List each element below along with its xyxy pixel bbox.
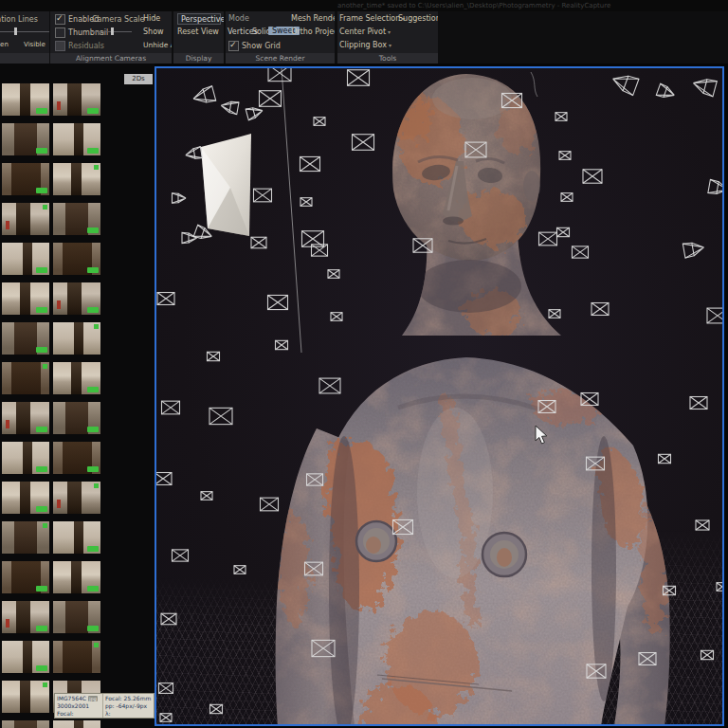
image-thumbnail[interactable] bbox=[53, 641, 100, 673]
camera-frustum-icon[interactable] bbox=[708, 179, 722, 196]
camera-marker-icon[interactable] bbox=[312, 245, 328, 256]
camera-marker-icon[interactable] bbox=[319, 378, 340, 393]
scene-canvas[interactable] bbox=[156, 68, 722, 724]
camera-marker-icon[interactable] bbox=[160, 714, 172, 722]
image-thumbnail[interactable] bbox=[53, 601, 100, 633]
camera-frustum-icon[interactable] bbox=[173, 193, 187, 203]
camera-marker-icon[interactable] bbox=[201, 492, 212, 500]
camera-marker-icon[interactable] bbox=[157, 293, 174, 305]
camera-marker-icon[interactable] bbox=[209, 408, 232, 424]
image-thumbnail[interactable] bbox=[53, 442, 100, 474]
camera-marker-icon[interactable] bbox=[690, 397, 707, 410]
slider-knob[interactable] bbox=[111, 27, 114, 35]
image-thumbnail[interactable] bbox=[53, 521, 100, 554]
residuals-checkbox[interactable]: Residuals bbox=[55, 41, 104, 51]
camera-marker-icon[interactable] bbox=[353, 135, 374, 151]
checkbox-checked-icon[interactable] bbox=[228, 41, 239, 51]
image-thumbnail[interactable] bbox=[53, 243, 100, 275]
image-thumbnail[interactable] bbox=[53, 83, 100, 116]
camera-frustum-icon[interactable] bbox=[610, 70, 638, 95]
frame-selection-button[interactable]: Frame Selection▾ bbox=[339, 14, 405, 23]
camera-marker-icon[interactable] bbox=[561, 193, 573, 202]
image-thumbnail[interactable] bbox=[53, 163, 100, 195]
camera-marker-icon[interactable] bbox=[300, 198, 312, 207]
camera-marker-icon[interactable] bbox=[717, 583, 722, 592]
center-pivot-button[interactable]: Center Pivot▾ bbox=[339, 27, 391, 36]
camera-marker-icon[interactable] bbox=[254, 189, 272, 202]
camera-marker-icon[interactable] bbox=[659, 454, 671, 463]
camera-marker-icon[interactable] bbox=[555, 113, 567, 121]
checkbox-disabled-icon[interactable] bbox=[55, 41, 65, 51]
camera-marker-icon[interactable] bbox=[696, 520, 709, 530]
camera-marker-icon[interactable] bbox=[581, 393, 598, 406]
image-thumbnail[interactable] bbox=[2, 243, 49, 275]
checkbox-checked-icon[interactable] bbox=[55, 14, 65, 25]
slider-knob[interactable] bbox=[14, 27, 17, 35]
camera-frustum-icon[interactable] bbox=[682, 240, 705, 258]
image-thumbnail[interactable] bbox=[2, 282, 49, 315]
camera-marker-icon[interactable] bbox=[261, 498, 279, 511]
ortho-projection-button[interactable]: Ortho Projection bbox=[291, 27, 335, 36]
camera-marker-icon[interactable] bbox=[328, 270, 339, 279]
camera-marker-icon[interactable] bbox=[156, 473, 172, 485]
image-thumbnail[interactable] bbox=[53, 482, 100, 514]
image-thumbnail[interactable] bbox=[2, 442, 49, 474]
image-thumbnail[interactable] bbox=[2, 641, 49, 673]
camera-marker-icon[interactable] bbox=[260, 91, 282, 107]
camera-frustum-icon[interactable] bbox=[246, 105, 264, 120]
image-thumbnail[interactable] bbox=[53, 561, 100, 593]
tab-2ds[interactable]: 2Ds bbox=[124, 74, 153, 84]
image-thumbnail[interactable] bbox=[2, 561, 49, 593]
image-thumbnail[interactable] bbox=[53, 362, 100, 394]
relation-visible-label[interactable]: Visible bbox=[24, 41, 46, 48]
image-thumbnail[interactable] bbox=[2, 203, 49, 235]
3d-viewport[interactable] bbox=[155, 66, 724, 726]
image-thumbnail[interactable] bbox=[2, 163, 49, 195]
camera-relation-slider[interactable] bbox=[0, 27, 49, 36]
suggestions-button[interactable]: Suggestions▾ bbox=[398, 14, 438, 23]
camera-marker-icon[interactable] bbox=[162, 401, 180, 414]
camera-marker-icon[interactable] bbox=[268, 68, 291, 82]
camera-frustum-icon[interactable] bbox=[220, 100, 239, 115]
image-thumbnail[interactable] bbox=[53, 322, 100, 355]
image-thumbnail[interactable] bbox=[2, 362, 49, 394]
relation-hidden-label[interactable]: Hidden bbox=[0, 41, 9, 48]
reset-view-button[interactable]: Reset View bbox=[177, 27, 219, 36]
camera-frustum-icon[interactable] bbox=[185, 147, 203, 161]
camera-marker-icon[interactable] bbox=[159, 683, 173, 694]
camera-marker-icon[interactable] bbox=[208, 352, 220, 360]
camera-marker-icon[interactable] bbox=[557, 228, 570, 236]
camera-scale-slider[interactable] bbox=[90, 27, 132, 36]
clipping-box-button[interactable]: Clipping Box▾ bbox=[339, 41, 391, 49]
show-button[interactable]: Show bbox=[143, 27, 164, 36]
image-thumbnail[interactable] bbox=[53, 720, 100, 728]
camera-marker-icon[interactable] bbox=[234, 566, 246, 574]
hide-button[interactable]: Hide bbox=[143, 14, 160, 23]
camera-marker-icon[interactable] bbox=[173, 550, 189, 561]
image-thumbnail[interactable] bbox=[53, 123, 100, 155]
image-thumbnail[interactable] bbox=[53, 282, 100, 315]
image-thumbnail[interactable] bbox=[2, 322, 49, 355]
checkbox-icon[interactable] bbox=[55, 27, 65, 38]
camera-marker-icon[interactable] bbox=[300, 156, 320, 171]
camera-marker-icon[interactable] bbox=[539, 232, 557, 246]
camera-marker-icon[interactable] bbox=[707, 308, 722, 323]
image-thumbnail[interactable] bbox=[2, 601, 49, 633]
camera-marker-icon[interactable] bbox=[251, 237, 266, 248]
image-thumbnail[interactable] bbox=[53, 402, 100, 434]
mesh-render-button[interactable]: Mesh Render bbox=[291, 14, 335, 23]
camera-frustum-icon[interactable] bbox=[191, 86, 216, 106]
image-thumbnail[interactable] bbox=[2, 720, 49, 728]
camera-marker-icon[interactable] bbox=[161, 613, 176, 625]
image-thumbnail[interactable] bbox=[2, 83, 49, 116]
projection-dropdown[interactable]: Perspective ▾ bbox=[177, 13, 221, 25]
image-thumbnail[interactable] bbox=[2, 482, 49, 514]
image-thumbnail[interactable] bbox=[2, 123, 49, 155]
camera-marker-icon[interactable] bbox=[276, 340, 288, 349]
camera-marker-icon[interactable] bbox=[583, 170, 602, 183]
image-thumbnail[interactable] bbox=[2, 402, 49, 434]
image-thumbnail[interactable] bbox=[2, 681, 49, 713]
camera-marker-icon[interactable] bbox=[573, 246, 589, 258]
camera-frustum-icon[interactable] bbox=[691, 76, 717, 97]
image-thumbnail[interactable] bbox=[2, 521, 49, 554]
